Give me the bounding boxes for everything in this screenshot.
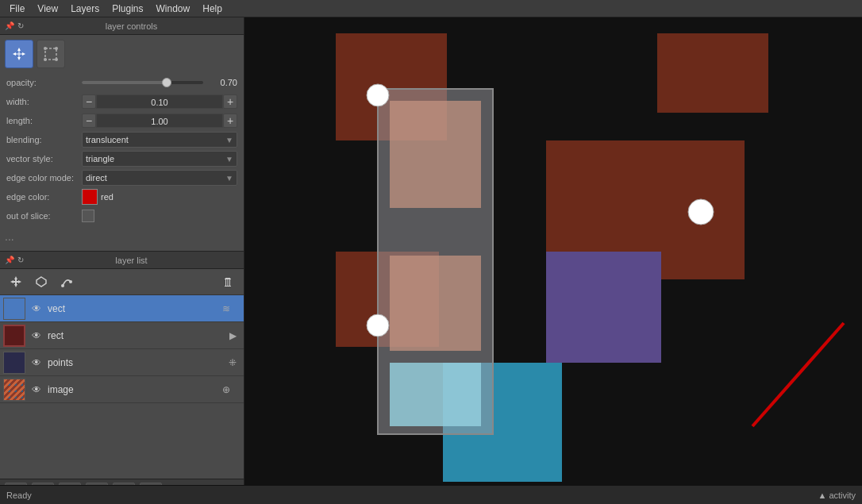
menu-plugins[interactable]: Plugins [106,2,149,16]
svg-rect-12 [229,279,230,286]
edge-color-name: red [101,192,114,202]
delete-layer-button[interactable] [217,272,239,291]
move-layer-button[interactable] [5,272,27,291]
out-of-slice-row: out of slice: [0,206,244,225]
opacity-row: opacity: 0.70 [0,73,244,92]
main-layout: 📌 ↻ layer controls [0,17,862,504]
layer-name-image: image [44,384,218,395]
vector-style-row: vector style: triangle ▼ [0,149,244,168]
edge-color-mode-label: edge color mode: [6,173,82,183]
svg-rect-10 [225,279,226,286]
edge-color-row: edge color: red [0,187,244,206]
svg-rect-11 [228,279,229,286]
vector-style-label: vector style: [6,154,82,164]
svg-point-2 [55,47,58,50]
opacity-value: 0.70 [210,78,237,87]
menu-help[interactable]: Help [196,2,229,16]
out-of-slice-checkbox[interactable] [82,210,94,222]
layer-thumb-rect [3,325,25,347]
vector-style-dropdown[interactable]: triangle ▼ [82,151,237,167]
svg-rect-0 [45,48,56,60]
visibility-icon-rect[interactable]: 👁 [29,330,44,341]
layer-name-points: points [44,357,225,368]
menu-layers[interactable]: Layers [64,2,106,16]
width-value: 0.10 [96,94,223,109]
svg-point-37 [367,314,389,337]
layer-controls-header: 📌 ↻ layer controls [0,17,244,35]
layer-controls-section: 📌 ↻ layer controls [0,17,244,251]
header-icons: 📌 ↻ [5,21,24,30]
width-increment[interactable]: + [223,94,237,109]
menu-file[interactable]: File [3,2,31,16]
edge-color-mode-row: edge color mode: direct ▼ [0,168,244,187]
menu-window[interactable]: Window [150,2,197,16]
svg-rect-35 [390,363,481,426]
vector-style-value: triangle [86,154,225,164]
layer-list-title: layer list [24,256,239,265]
visibility-icon-vect[interactable]: 👁 [29,303,44,314]
layer-name-rect: rect [44,330,225,341]
svg-point-1 [44,47,47,50]
menubar: File View Layers Plugins Window Help [0,0,862,17]
svg-point-4 [55,58,58,61]
edge-color-mode-arrow-icon: ▼ [225,174,233,183]
refresh-icon-2: ↻ [17,256,24,264]
opacity-slider[interactable] [82,77,203,88]
layer-item-rect[interactable]: 👁 rect ▶ [0,322,244,349]
edge-color-mode-value: direct [86,173,225,183]
width-stepper: − 0.10 + [82,94,237,109]
layer-thumb-vect [3,298,25,320]
layer-type-rect: ▶ [225,330,241,341]
layer-name-vect: vect [44,303,218,314]
svg-point-7 [69,280,72,283]
path-tool-button[interactable] [56,272,78,291]
layer-type-points: ⁜ [225,357,241,368]
svg-rect-27 [657,33,768,113]
layer-type-vect: ≋ [218,303,234,314]
canvas-area[interactable] [244,17,862,504]
more-options-dots[interactable]: ... [5,230,14,243]
svg-rect-33 [390,101,481,208]
opacity-label: opacity: [6,78,82,87]
edge-color-label: edge color: [6,192,82,202]
svg-rect-9 [225,279,231,279]
move-tool-button[interactable] [5,40,33,68]
menu-view[interactable]: View [31,2,64,16]
layer-list-section: 📌 ↻ layer list [0,251,244,504]
blending-label: blending: [6,135,82,144]
width-decrement[interactable]: − [82,94,96,109]
layer-thumb-points [3,352,25,374]
layer-toolbar [0,269,244,295]
svg-point-6 [61,284,64,287]
layer-item-image[interactable]: 👁 image ⊕ [0,376,244,403]
layer-item-vect[interactable]: 👁 vect ≋ [0,295,244,322]
layer-controls-title: layer controls [24,21,239,31]
length-increment[interactable]: + [223,113,237,128]
length-decrement[interactable]: − [82,113,96,128]
visibility-icon-points[interactable]: 👁 [29,357,44,368]
tool-buttons [0,35,244,73]
layer-items-list: 👁 vect ≋ 👁 rect ▶ 👁 points ⁜ [0,295,244,479]
blending-arrow-icon: ▼ [225,136,233,144]
svg-point-36 [367,84,389,106]
polygon-tool-button[interactable] [30,272,52,291]
edge-color-mode-dropdown[interactable]: direct ▼ [82,170,237,186]
layer-thumb-image [3,379,25,401]
activity-button[interactable]: ▲ activity [818,491,856,500]
transform-tool-button[interactable] [37,40,65,68]
svg-point-3 [44,58,47,61]
width-label: width: [6,97,82,106]
visibility-icon-image[interactable]: 👁 [29,384,44,395]
layer-item-points[interactable]: 👁 points ⁜ [0,349,244,376]
svg-rect-30 [546,252,661,363]
ready-status: Ready [6,491,32,500]
edge-color-swatch[interactable] [82,189,98,205]
pin-icon: 📌 [5,21,14,30]
out-of-slice-label: out of slice: [6,211,82,221]
blending-dropdown[interactable]: translucent ▼ [82,132,237,148]
layer-list-header: 📌 ↻ layer list [0,252,244,269]
blending-row: blending: translucent ▼ [0,130,244,149]
blending-value: translucent [86,135,225,144]
length-stepper: − 1.00 + [82,113,237,128]
svg-rect-34 [390,256,481,351]
